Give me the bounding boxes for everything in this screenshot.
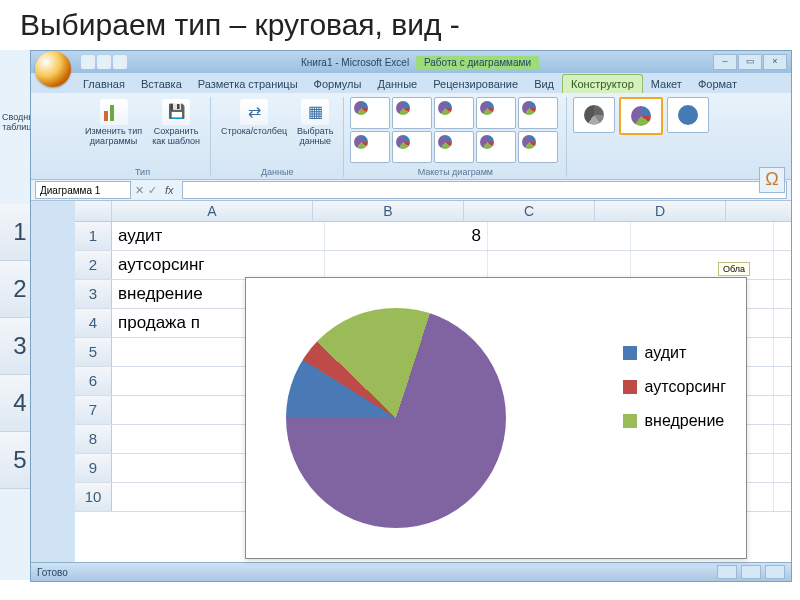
row-header[interactable]: 9 [75, 454, 112, 482]
row-header[interactable]: 3 [75, 280, 112, 308]
legend-item: аудит [623, 344, 726, 362]
row-header[interactable]: 5 [75, 338, 112, 366]
table-row[interactable]: 1аудит8 [75, 222, 791, 251]
cell[interactable] [631, 251, 774, 279]
chart-tools-context: Работа с диаграммами [416, 56, 539, 69]
tab-review[interactable]: Рецензирование [425, 75, 526, 93]
tab-data[interactable]: Данные [369, 75, 425, 93]
status-bar: Готово [31, 562, 791, 581]
chart-legend[interactable]: аудит аутсорсинг внедрение [623, 328, 726, 446]
ribbon-group-data: Строка/столбец Выбратьданные Данные [211, 97, 344, 177]
col-header-d[interactable]: D [595, 201, 726, 221]
legend-item: аутсорсинг [623, 378, 726, 396]
view-buttons[interactable] [717, 565, 785, 579]
select-all-corner[interactable] [75, 201, 112, 221]
group-label-data: Данные [261, 165, 294, 177]
col-header-c[interactable]: C [464, 201, 595, 221]
style-grayscale[interactable] [573, 97, 615, 133]
status-text: Готово [37, 567, 68, 578]
tab-format[interactable]: Формат [690, 75, 745, 93]
cell[interactable] [488, 251, 631, 279]
tab-view[interactable]: Вид [526, 75, 562, 93]
minimize-button[interactable]: – [713, 54, 737, 70]
legend-swatch [623, 380, 637, 394]
cell[interactable]: аутсорсинг [112, 251, 325, 279]
close-button[interactable]: × [763, 54, 787, 70]
enter-icon[interactable]: ✓ [148, 184, 157, 197]
office-button[interactable] [35, 51, 71, 87]
cell[interactable]: 8 [325, 222, 488, 250]
cancel-icon[interactable]: ✕ [135, 184, 144, 197]
tab-home[interactable]: Главная [75, 75, 133, 93]
slide-heading: Выбираем тип – круговая, вид - [0, 0, 800, 42]
legend-item: внедрение [623, 412, 726, 430]
quick-access-toolbar[interactable] [81, 55, 127, 69]
tab-page-layout[interactable]: Разметка страницы [190, 75, 306, 93]
name-box[interactable]: Диаграмма 1 [35, 181, 131, 199]
bar-chart-icon [100, 99, 128, 125]
save-as-template-button[interactable]: Сохранитькак шаблон [148, 97, 204, 149]
ribbon: Изменить типдиаграммы Сохранитькак шабло… [31, 93, 791, 180]
document-title: Книга1 - Microsoft Excel [301, 57, 409, 68]
row-header[interactable]: 2 [75, 251, 112, 279]
table-row[interactable]: 2аутсорсинг [75, 251, 791, 280]
switch-row-col-button[interactable]: Строка/столбец [217, 97, 291, 149]
pie-plot-area[interactable] [286, 308, 506, 528]
ribbon-group-type: Изменить типдиаграммы Сохранитькак шабло… [75, 97, 211, 177]
change-chart-type-button[interactable]: Изменить типдиаграммы [81, 97, 146, 149]
row-header[interactable]: 6 [75, 367, 112, 395]
save-icon [162, 99, 190, 125]
chart-layouts-gallery[interactable] [350, 97, 560, 163]
cell[interactable] [631, 222, 774, 250]
group-label-type: Тип [135, 165, 150, 177]
formula-input[interactable] [182, 181, 787, 199]
maximize-button[interactable]: ▭ [738, 54, 762, 70]
titlebar: Книга1 - Microsoft Excel Работа с диагра… [31, 51, 791, 73]
col-header-b[interactable]: B [313, 201, 464, 221]
row-header[interactable]: 10 [75, 483, 112, 511]
cell[interactable] [325, 251, 488, 279]
cell[interactable]: аудит [112, 222, 325, 250]
column-headers: A B C D [75, 201, 791, 222]
chart-styles-gallery[interactable] [573, 97, 709, 135]
ribbon-group-layouts: Макеты диаграмм [344, 97, 567, 177]
formula-bar: Диаграмма 1 ✕ ✓ fx [31, 180, 791, 201]
row-header[interactable]: 4 [75, 309, 112, 337]
tab-layout[interactable]: Макет [643, 75, 690, 93]
legend-swatch [623, 346, 637, 360]
row-header[interactable]: 8 [75, 425, 112, 453]
cell[interactable] [488, 222, 631, 250]
embedded-pie-chart[interactable]: Обла аудит аутсорсинг внедрение [245, 277, 747, 559]
ribbon-tabs: Главная Вставка Разметка страницы Формул… [31, 73, 791, 93]
chart-area-tooltip: Обла [718, 262, 750, 276]
row-header[interactable]: 7 [75, 396, 112, 424]
symbol-omega-icon[interactable]: Ω [759, 167, 785, 193]
fx-icon[interactable]: fx [161, 184, 178, 196]
col-header-a[interactable]: A [112, 201, 313, 221]
swap-icon [240, 99, 268, 125]
tab-design[interactable]: Конструктор [562, 74, 643, 93]
style-colored-selected[interactable] [619, 97, 663, 135]
grid-icon [301, 99, 329, 125]
legend-swatch [623, 414, 637, 428]
style-blue[interactable] [667, 97, 709, 133]
tab-insert[interactable]: Вставка [133, 75, 190, 93]
select-data-button[interactable]: Выбратьданные [293, 97, 337, 149]
ribbon-group-styles [567, 97, 715, 177]
row-header[interactable]: 1 [75, 222, 112, 250]
group-label-layouts: Макеты диаграмм [418, 165, 493, 177]
tab-formulas[interactable]: Формулы [306, 75, 370, 93]
